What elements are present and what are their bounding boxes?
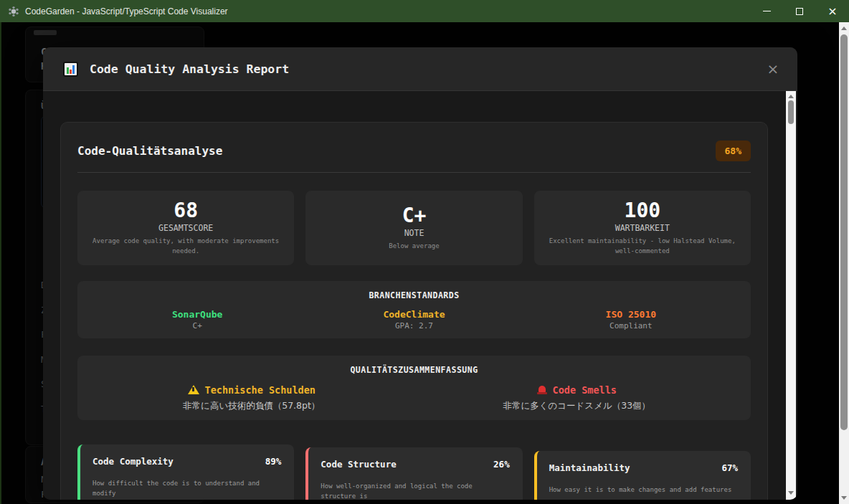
summary-code-smells: Code Smells 非常に多くのコードスメル（33個）: [414, 384, 740, 411]
summary-band: QUALITÄTSZUSAMMENFASSUNG Technische Schu…: [77, 356, 751, 420]
maximize-button[interactable]: [783, 0, 816, 22]
bar-chart-icon: [63, 62, 78, 77]
modal-header: Code Quality Analysis Report ×: [43, 47, 797, 91]
window-title: CodeGarden - JavaScript/TypeScript Code …: [25, 6, 228, 16]
standards-band: BRANCHENSTANDARDS SonarQube C+ CodeClima…: [77, 281, 751, 338]
summary-name: Code Smells: [553, 384, 617, 396]
app-icon: [8, 6, 19, 17]
metric-description: Excellent maintainability - low Halstead…: [547, 237, 738, 256]
metric-value: 68: [174, 200, 198, 221]
standard-value: Compliant: [523, 321, 739, 331]
standard-codeclimate: CodeClimate GPA: 2.7: [305, 309, 522, 331]
metric-value: 100: [625, 200, 661, 221]
summary-title: QUALITÄTSZUSAMMENFASSUNG: [89, 365, 739, 375]
standard-value: C+: [89, 321, 305, 331]
standards-title: BRANCHENSTANDARDS: [89, 290, 739, 300]
minimize-button[interactable]: [750, 0, 783, 22]
metric-card-note: C+ NOTE Below average: [305, 191, 522, 265]
report-panel: Code-Qualitätsanalyse 68% 68 GESAMTSCORE…: [60, 122, 768, 500]
modal-scrollbar-thumb[interactable]: [788, 100, 794, 124]
dimension-description: How easy it is to make changes and add f…: [549, 485, 738, 495]
metric-label: GESAMTSCORE: [158, 223, 213, 233]
summary-technical-debt: Technische Schulden 非常に高い技術的負債（57.8pt）: [89, 384, 414, 411]
dimension-percent: 26%: [493, 459, 510, 470]
summary-name: Technische Schulden: [205, 384, 316, 396]
score-badge: 68%: [716, 141, 751, 161]
window-scrollbar-thumb[interactable]: [840, 34, 848, 430]
metric-value: C+: [402, 205, 427, 226]
dimension-name: Code Complexity: [93, 456, 174, 467]
dimension-cards-row: Code Complexity 89% How difficult the co…: [77, 444, 751, 500]
modal-scrollbar[interactable]: [786, 91, 796, 500]
summary-detail: 非常に高い技術的負債（57.8pt）: [89, 401, 414, 411]
dimension-card-maintainability: Maintainability 67% How easy it is to ma…: [534, 451, 751, 500]
title-bar: CodeGarden - JavaScript/TypeScript Code …: [0, 0, 849, 22]
standard-iso-25010: ISO 25010 Compliant: [523, 309, 739, 331]
dimension-description: How well-organized and logical the code …: [321, 482, 509, 500]
metrics-row: 68 GESAMTSCORE Average code quality, wit…: [77, 191, 751, 265]
standard-name: SonarQube: [89, 309, 305, 320]
summary-detail: 非常に多くのコードスメル（33個）: [414, 401, 740, 411]
standard-value: GPA: 2.7: [305, 321, 522, 331]
metric-label: NOTE: [404, 228, 424, 238]
report-title: Code-Qualitätsanalyse: [77, 144, 222, 158]
metric-card-wartbarkeit: 100 WARTBARKEIT Excellent maintainabilit…: [534, 191, 751, 265]
modal-close-button[interactable]: ×: [764, 60, 782, 77]
standard-name: ISO 25010: [523, 309, 739, 320]
metric-description: Average code quality, with moderate impr…: [90, 237, 281, 256]
metric-card-gesamtscore: 68 GESAMTSCORE Average code quality, wit…: [77, 191, 294, 265]
divider: [77, 172, 751, 173]
close-window-button[interactable]: ×: [816, 0, 849, 22]
dimension-name: Code Structure: [321, 459, 396, 470]
dimension-percent: 89%: [265, 456, 282, 467]
dimension-description: How difficult the code is to understand …: [93, 479, 281, 499]
modal-body: Code-Qualitätsanalyse 68% 68 GESAMTSCORE…: [43, 91, 797, 500]
modal-title: Code Quality Analysis Report: [90, 62, 289, 76]
code-quality-modal: Code Quality Analysis Report × Code-Qual…: [43, 47, 797, 500]
dimension-card-structure: Code Structure 26% How well-organized an…: [305, 447, 522, 500]
dimension-percent: 67%: [721, 462, 738, 473]
metric-label: WARTBARKEIT: [615, 223, 670, 233]
window-scrollbar[interactable]: [839, 22, 849, 504]
standard-name: CodeClimate: [305, 309, 522, 320]
dimension-name: Maintainability: [549, 462, 630, 473]
warning-icon: [188, 385, 199, 394]
metric-description: Below average: [389, 242, 439, 252]
standard-sonarqube: SonarQube C+: [89, 309, 305, 331]
dimension-card-complexity: Code Complexity 89% How difficult the co…: [77, 444, 294, 500]
siren-icon: [537, 386, 547, 394]
